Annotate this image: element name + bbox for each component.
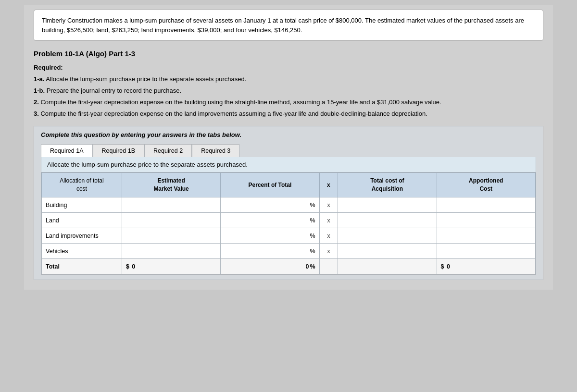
percent-land-input[interactable]	[271, 217, 309, 224]
tabs-row: Required 1A Required 1B Required 2 Requi…	[41, 144, 536, 157]
table-row-land-improvements: Land improvements % x	[42, 228, 536, 244]
market-land-improvements	[122, 228, 220, 244]
asset-total: Total	[42, 259, 122, 274]
percent-total: 0 %	[221, 259, 319, 274]
problem-title: Problem 10-1A (Algo) Part 1-3	[34, 49, 543, 58]
percent-vehicles-input[interactable]	[271, 248, 309, 255]
apportion-total: $ 0	[437, 259, 535, 274]
table-row-land: Land % x	[42, 213, 536, 228]
total-vehicles-input[interactable]	[342, 248, 432, 255]
apportion-building	[437, 197, 535, 213]
th-allocation: Allocation of totalcost	[42, 173, 122, 197]
total-land	[338, 213, 437, 228]
tab-required-2[interactable]: Required 2	[144, 144, 192, 157]
total-total	[338, 259, 437, 274]
apportion-land-input[interactable]	[441, 217, 531, 224]
apportion-land-improvements	[437, 228, 535, 244]
required-item-3: 3. Compute the first-year depreciation e…	[34, 109, 543, 119]
total-land-improvements	[338, 228, 437, 244]
intro-text: Timberly Construction makes a lump-sum p…	[42, 16, 535, 35]
th-market-value: EstimatedMarket Value	[122, 173, 220, 197]
allocate-header: Allocate the lump-sum purchase price to …	[41, 157, 536, 172]
percent-vehicles: %	[221, 244, 319, 259]
asset-building: Building	[42, 197, 122, 213]
total-vehicles	[338, 244, 437, 259]
table-row-total: Total $ 0 0 %	[42, 259, 536, 274]
tab-required-1a[interactable]: Required 1A	[41, 144, 93, 157]
tab-required-1b[interactable]: Required 1B	[93, 144, 145, 157]
th-x: x	[319, 173, 338, 197]
x-land: x	[319, 213, 338, 228]
percent-land-improvements: %	[221, 228, 319, 244]
apportion-building-input[interactable]	[441, 202, 531, 208]
complete-instruction: Complete this question by entering your …	[41, 131, 536, 138]
total-land-improvements-input[interactable]	[342, 233, 432, 239]
apportion-land	[437, 213, 535, 228]
complete-box: Complete this question by entering your …	[34, 126, 543, 280]
market-land-improvements-input[interactable]	[126, 233, 216, 239]
apportion-vehicles	[437, 244, 535, 259]
page-wrapper: Timberly Construction makes a lump-sum p…	[24, 5, 553, 290]
th-percent: Percent of Total	[221, 173, 319, 197]
market-vehicles-input[interactable]	[126, 248, 216, 255]
table-row-building: Building % x	[42, 197, 536, 213]
asset-land-improvements: Land improvements	[42, 228, 122, 244]
asset-vehicles: Vehicles	[42, 244, 122, 259]
th-apportion: ApportionedCost	[437, 173, 535, 197]
market-land	[122, 213, 220, 228]
tab-content: Allocate the lump-sum purchase price to …	[41, 157, 536, 275]
market-vehicles	[122, 244, 220, 259]
apportion-vehicles-input[interactable]	[441, 248, 531, 255]
percent-land-improvements-input[interactable]	[271, 233, 309, 239]
asset-land: Land	[42, 213, 122, 228]
x-vehicles: x	[319, 244, 338, 259]
apportion-land-improvements-input[interactable]	[441, 233, 531, 239]
required-item-1b: 1-b. Prepare the journal entry to record…	[34, 86, 543, 96]
market-land-input[interactable]	[126, 217, 216, 224]
x-building: x	[319, 197, 338, 213]
x-total	[319, 259, 338, 274]
table-header-row: Allocation of totalcost EstimatedMarket …	[42, 173, 536, 197]
tab-required-3[interactable]: Required 3	[192, 144, 239, 157]
total-building-input[interactable]	[342, 202, 432, 208]
market-building-input[interactable]	[126, 202, 216, 208]
required-item-2: 2. Compute the first-year depreciation e…	[34, 97, 543, 108]
percent-building-input[interactable]	[271, 202, 309, 208]
table-wrapper: Allocation of totalcost EstimatedMarket …	[41, 172, 536, 274]
percent-building: %	[221, 197, 319, 213]
x-land-improvements: x	[319, 228, 338, 244]
total-land-input[interactable]	[342, 217, 432, 224]
total-building	[338, 197, 437, 213]
market-building	[122, 197, 220, 213]
required-heading: Required:	[34, 62, 543, 73]
table-row-vehicles: Vehicles % x	[42, 244, 536, 259]
th-total-cost: Total cost ofAcquisition	[338, 173, 437, 197]
required-section: Required: 1-a. Allocate the lump-sum pur…	[34, 62, 543, 119]
allocation-table: Allocation of totalcost EstimatedMarket …	[41, 172, 536, 274]
percent-land: %	[221, 213, 319, 228]
required-item-1a: 1-a. Allocate the lump-sum purchase pric…	[34, 74, 543, 85]
market-total: $ 0	[122, 259, 220, 274]
intro-box: Timberly Construction makes a lump-sum p…	[34, 10, 543, 41]
